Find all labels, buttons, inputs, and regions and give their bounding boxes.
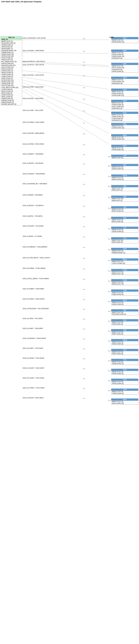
table-row: VERSI [CHAR (3)] [111,323,138,325]
table-tvbur: TVBUR MANDT [CLNT (3)] VKBUR [CHAR (4)] [111,339,138,345]
svg-line-8 [22,85,109,123]
table-header: CSKS [111,100,138,102]
table-header: TGSB [111,290,138,292]
table-row: DATBI [DATS (8)] [111,108,138,110]
rel-left-tgsb: 0..N [83,289,85,290]
table-row: MANDT [CLNT (3)] [111,381,138,383]
table-row: MANDT [CLNT (3)] [111,114,138,116]
table-csks: CSKS MANDT [CLNT (3)] KOKRS [CHAR (4)] K… [111,100,138,110]
conn-label-t016: CE0S_GO-BRSCH = T016-BRSCH [23,205,44,206]
table-row: MANDT [CLNT (3)] [111,371,138,373]
rel-left-csks: 0..N [83,98,85,100]
table-tvtw: TVTW MANDT [CLNT (3)] VTWEG [CHAR (4)] [111,388,138,394]
table-tvfk: TVFK MANDT [CLNT (3)] FKART [CHAR (4)] [111,349,138,355]
conn-label-tvga: CE0S_GO-VRGAR = TVGA-VRGAR [23,358,44,359]
sidebar-row: FKART [CHAR (4)] [1,57,22,59]
table-row: PRCTR [CHAR (10)] [111,67,138,69]
sidebar-row: REC_WAERS [CUKY (5)] [1,61,22,63]
sidebar-row: KAUFN [CHAR (10)] [1,63,22,64]
rel-left-tvga: 0..N [83,358,85,360]
table-mara: MARA MANDT [CLNT (3)] MATNR [CHAR (18)] [111,134,138,140]
rel-right-tkel: (0,1) [108,310,110,312]
table-header: CSLA [111,112,138,114]
sidebar-row: KSTAR [CHAR (10)] [1,79,22,81]
conn-label-aufk: CE0S_GO-RKAUFNR = AUFK-AUFNR [23,38,46,39]
table-header: TCURC [111,279,138,281]
rel-right-tvko: (0,1) [108,380,110,381]
sidebar-row: KMVKBU [CHAR (2)] [1,100,22,102]
table-row: MANDT [CLNT (3)] [111,240,138,241]
table-row: KSTAR [CHAR (10)] [111,94,138,96]
rel-left-tvfk: 0..N [83,348,85,350]
table-t006a: T006 MANDT [CLNT (3)] MSEHI [UNIT (3)] [111,185,138,191]
table-row: WERKS [CHAR (4)] [111,178,138,180]
table-t006b: T006 MANDT [CLNT (3)] MSEHI [UNIT (3)] [111,196,138,202]
rel-right-tvfk: (0,1) [108,350,110,352]
sidebar-row: PRZNR [CHAR (13)] [1,81,22,83]
sidebar-row: BRSCH [CHAR (4)] [1,90,22,92]
conn-label-mara: CE0S_GO-ARTNR = MARA-MATNR [23,132,44,134]
table-row: FKART [CHAR (4)] [111,353,138,355]
rel-right-tvbur: (0,1) [108,340,110,342]
table-row: MANDT [CLNT (3)] [111,391,138,393]
table-header: TVTW [111,389,138,391]
table-row: MANDT [CLNT (3)] [111,351,138,353]
conn-label-tka01: CE0S_GO-KOKRS = TKA01-KOKRS [23,298,45,300]
conn-label-tbdls: CE0S_GO-COPA_AWSYS = TBDLS-LOGSYS [23,257,50,258]
table-row: MANDT [CLNT (3)] [111,322,138,323]
table-header: VBUK [111,398,138,401]
table-row: VKGRP [CHAR (3)] [111,373,138,375]
table-row: MANDT [CLNT (3)] [111,341,138,343]
table-header: TVKO [111,379,138,381]
rel-left-prps: 0..N [83,144,85,145]
table-header: TCURC [111,269,138,271]
conn-label-tvgr: CE0S_GO-VKGRP = TVGR-VKGRP [23,368,44,369]
rel-right-t000: (0,1) [108,156,110,157]
table-t016: T016 MANDT [CLNT (3)] BRSCH [CHAR (4)] [111,206,138,212]
page: SAP ABAP table CE0S_GO {Quickstart Templ… [0,0,139,644]
rel-right-t016: (0,1) [108,208,110,209]
conn-label-tvbur: CE0S_GO-KMVKBU = TVBUR-VKBUR [23,338,46,339]
table-header: T016 [111,206,138,208]
table-row: MANDT [CLNT (3)] [111,157,138,159]
table-row: KOSTL [CHAR (10)] [111,106,138,108]
table-row: MANDT [CLNT (3)] [111,401,138,402]
table-header: T006 [111,196,138,198]
svg-line-1 [22,52,109,54]
table-header: TKVS [111,319,138,322]
table-row: DATBI [DATS (8)] [111,69,138,70]
rel-left-tcurc2: 0..N [83,278,85,280]
table-t151: T151 MANDT [CLNT (3)] KDGRP [CHAR (2)] [111,227,138,233]
table-row: MATNR [CHAR (18)] [111,138,138,140]
rel-left-tvko: 0..N [83,378,85,379]
table-row: BZIRK [CHAR (6)] [111,241,138,243]
table-row: MSEHI [UNIT (3)] [111,189,138,191]
table-header: T000 [111,155,138,157]
page-title: SAP ABAP table CE0S_GO {Quickstart Templ… [0,0,139,3]
table-header: TKEL [111,310,138,312]
table-row: MSEHI [UNIT (3)] [111,200,138,202]
table-row: LSTAR [CHAR (6)] [111,118,138,120]
sidebar-row: KDGRP [CHAR (2)] [1,94,22,96]
table-row: MANDT [CLNT (3)] [111,79,138,81]
table-row: VBELN [CHAR (10)] [111,402,138,404]
table-header: CBPR [111,50,138,52]
table-cepc: CEPC MANDT [CLNT (3)] PRCTR [CHAR (10)] … [111,63,138,72]
sidebar-row: RKAUFNR [CHAR (12)] [1,64,22,66]
rel-left-cepc2: 0..N [83,65,85,66]
rel-right-t001: (0,1) [108,165,110,166]
table-row: BRSCH [CHAR (4)] [111,210,138,212]
table-row: KOKRS [CHAR (4)] [111,70,138,72]
table-t023: T023 MANDT [CLNT (3)] MATKL [CHAR (9)] [111,217,138,223]
rel-right-tvtw: (0,1) [108,390,110,391]
table-t2246: T2246 MANDT [CLNT (3)] KMWNHG [NUMC (2)] [111,248,138,254]
rel-right-vbuk: (0,1) [108,400,110,401]
sidebar-row: VTWEG [CHAR (2)] [1,76,22,78]
table-row: PALEDGER [CHAR (2)] [111,313,138,315]
sidebar-row: SPART [CHAR (2)] [1,78,22,79]
table-header: KNA1 [111,123,138,125]
table-header: T001W [111,174,138,177]
rel-left-t006a: 0..N [83,184,85,185]
table-row: MANDT [CLNT (3)] [111,312,138,313]
table-header: TVGA [111,359,138,361]
